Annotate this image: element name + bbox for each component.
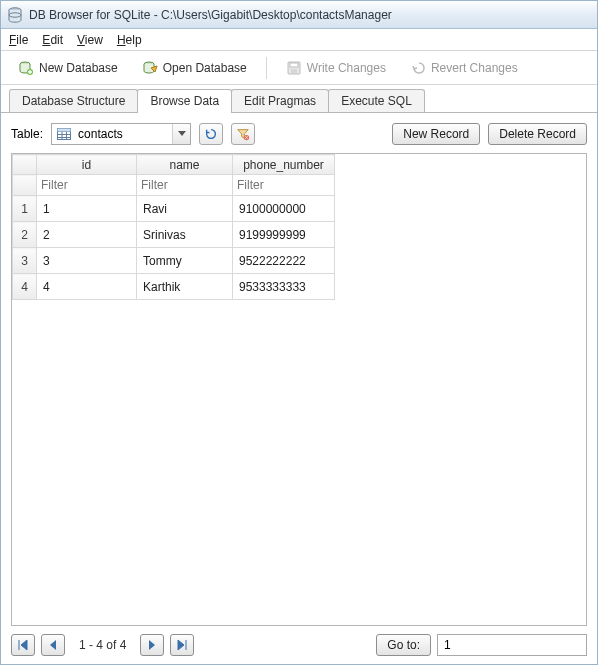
menu-view[interactable]: View [77, 33, 103, 47]
clear-filters-button[interactable] [231, 123, 255, 145]
filter-phone-input[interactable] [233, 175, 334, 195]
open-database-icon [142, 60, 158, 76]
cell-phone[interactable]: 9199999999 [233, 222, 335, 248]
table-controls-row: Table: contacts New Record Delete Record [11, 123, 587, 145]
menu-edit[interactable]: Edit [42, 33, 63, 47]
pager-text: 1 - 4 of 4 [71, 638, 134, 652]
cell-phone[interactable]: 9100000000 [233, 196, 335, 222]
table-label: Table: [11, 127, 43, 141]
open-database-label: Open Database [163, 61, 247, 75]
main-toolbar: New Database Open Database Write Changes… [1, 51, 597, 85]
filter-name-input[interactable] [137, 175, 232, 195]
cell-phone[interactable]: 9533333333 [233, 274, 335, 300]
table-icon [56, 126, 72, 142]
column-header-name[interactable]: name [137, 155, 233, 175]
goto-input[interactable] [437, 634, 587, 656]
data-table-container: id name phone_number 11Ravi910000000022S… [11, 153, 587, 626]
tab-database-structure[interactable]: Database Structure [9, 89, 138, 112]
tab-strip: Database Structure Browse Data Edit Prag… [1, 85, 597, 113]
revert-changes-label: Revert Changes [431, 61, 518, 75]
row-number-header [13, 155, 37, 175]
window-title: DB Browser for SQLite - C:\Users\Gigabit… [29, 8, 392, 22]
svg-rect-9 [58, 129, 71, 132]
cell-phone[interactable]: 9522222222 [233, 248, 335, 274]
data-table: id name phone_number 11Ravi910000000022S… [12, 154, 335, 300]
svg-rect-7 [291, 69, 297, 73]
new-database-button[interactable]: New Database [9, 55, 127, 81]
table-row[interactable]: 44Karthik9533333333 [13, 274, 335, 300]
cell-name[interactable]: Srinivas [137, 222, 233, 248]
menu-bar: File Edit View Help [1, 29, 597, 51]
next-page-button[interactable] [140, 634, 164, 656]
title-bar: DB Browser for SQLite - C:\Users\Gigabit… [1, 1, 597, 29]
filter-row-gutter [13, 175, 37, 196]
new-database-label: New Database [39, 61, 118, 75]
toolbar-separator [266, 57, 267, 79]
column-header-phone[interactable]: phone_number [233, 155, 335, 175]
filter-id-input[interactable] [37, 175, 136, 195]
goto-button[interactable]: Go to: [376, 634, 431, 656]
table-row[interactable]: 22Srinivas9199999999 [13, 222, 335, 248]
row-number: 3 [13, 248, 37, 274]
revert-changes-button: Revert Changes [401, 55, 527, 81]
prev-icon [47, 639, 59, 651]
svg-rect-6 [290, 63, 298, 67]
clear-filter-icon [236, 127, 250, 141]
table-select[interactable]: contacts [51, 123, 191, 145]
cell-id[interactable]: 1 [37, 196, 137, 222]
browse-data-panel: Table: contacts New Record Delete Record… [1, 113, 597, 664]
new-database-icon [18, 60, 34, 76]
last-icon [176, 639, 188, 651]
refresh-icon [204, 127, 218, 141]
delete-record-button[interactable]: Delete Record [488, 123, 587, 145]
menu-file[interactable]: File [9, 33, 28, 47]
tab-edit-pragmas[interactable]: Edit Pragmas [231, 89, 329, 112]
cell-name[interactable]: Karthik [137, 274, 233, 300]
write-changes-icon [286, 60, 302, 76]
tab-execute-sql[interactable]: Execute SQL [328, 89, 425, 112]
cell-id[interactable]: 4 [37, 274, 137, 300]
table-select-value: contacts [76, 127, 172, 141]
new-record-button[interactable]: New Record [392, 123, 480, 145]
row-number: 4 [13, 274, 37, 300]
row-number: 1 [13, 196, 37, 222]
prev-page-button[interactable] [41, 634, 65, 656]
next-icon [146, 639, 158, 651]
table-row[interactable]: 33Tommy9522222222 [13, 248, 335, 274]
tab-browse-data[interactable]: Browse Data [137, 89, 232, 113]
menu-help[interactable]: Help [117, 33, 142, 47]
revert-changes-icon [410, 60, 426, 76]
pager-bar: 1 - 4 of 4 Go to: [11, 634, 587, 656]
first-icon [17, 639, 29, 651]
cell-name[interactable]: Ravi [137, 196, 233, 222]
last-page-button[interactable] [170, 634, 194, 656]
write-changes-label: Write Changes [307, 61, 386, 75]
write-changes-button: Write Changes [277, 55, 395, 81]
database-icon [7, 7, 23, 23]
table-row[interactable]: 11Ravi9100000000 [13, 196, 335, 222]
cell-name[interactable]: Tommy [137, 248, 233, 274]
column-header-id[interactable]: id [37, 155, 137, 175]
first-page-button[interactable] [11, 634, 35, 656]
cell-id[interactable]: 3 [37, 248, 137, 274]
chevron-down-icon [172, 124, 190, 144]
open-database-button[interactable]: Open Database [133, 55, 256, 81]
cell-id[interactable]: 2 [37, 222, 137, 248]
row-number: 2 [13, 222, 37, 248]
refresh-button[interactable] [199, 123, 223, 145]
